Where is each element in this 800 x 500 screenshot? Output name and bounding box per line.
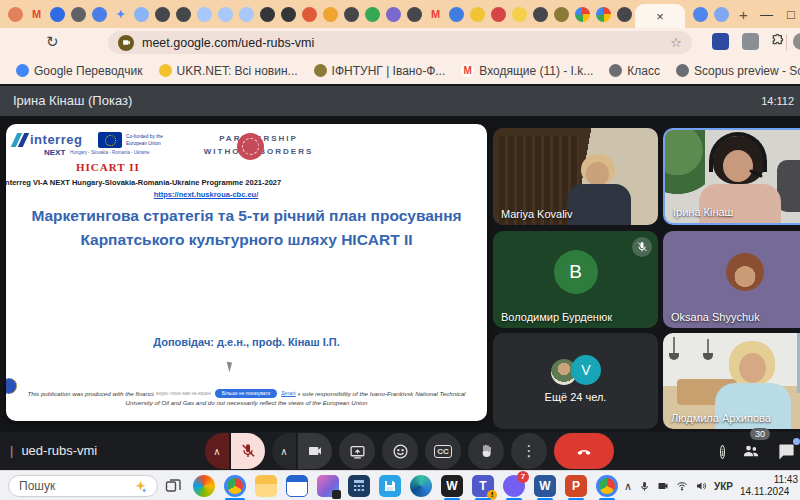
participant-tile-video[interactable]: Mariya Kovaliv [493,128,658,225]
tab-favicon[interactable] [449,7,464,22]
participant-tile-avatar[interactable]: Oksana Shyychuk [663,231,800,328]
end-call-button[interactable] [554,433,614,469]
tab-favicon[interactable] [155,7,170,22]
tab-favicon[interactable] [323,7,338,22]
tab-favicon[interactable] [533,7,548,22]
tab-favicon[interactable] [302,7,317,22]
tab-favicon[interactable] [50,7,65,22]
tray-volume-icon[interactable] [695,480,707,492]
tab-favicon[interactable] [71,7,86,22]
slide-title: Маркетингова стратегія та 5-ти річний пл… [16,204,477,252]
bookmark-item[interactable]: MВходящие (11) - I.k... [461,64,593,78]
extensions-puzzle-icon[interactable] [770,33,787,50]
tab-favicon[interactable] [512,7,527,22]
bookmark-star-icon[interactable]: ☆ [670,35,682,50]
more-participants-tile[interactable]: V Ещё 24 чел. [493,333,658,429]
interreg-next-text: NEXT [44,148,65,157]
tab-favicon[interactable] [407,7,422,22]
people-panel-button[interactable]: 30 [741,441,761,461]
task-view-icon[interactable] [162,475,184,497]
participant-tile-video[interactable]: Людмила Архипова [663,333,800,429]
tray-expand-chevron[interactable]: ∧ [624,480,632,493]
tab-favicon[interactable] [260,7,275,22]
photos-icon[interactable] [317,475,339,497]
active-tab-meet[interactable]: × [635,4,685,28]
tab-favicon[interactable] [92,7,107,22]
tab-favicon[interactable] [365,7,380,22]
camera-options-chevron[interactable]: ∧ [272,433,296,469]
language-indicator[interactable]: УКР [714,481,733,492]
window-minimize-button[interactable]: — [760,0,773,28]
calculator-icon[interactable] [348,475,370,497]
tab-favicon[interactable] [491,7,506,22]
file-explorer-icon[interactable] [255,475,277,497]
word-black-icon[interactable]: W [441,475,463,497]
mic-options-chevron[interactable]: ∧ [205,433,229,469]
reload-icon[interactable]: ↻ [46,33,59,51]
camera-on-button[interactable] [298,433,332,469]
save-tool-icon[interactable] [379,475,401,497]
tab-favicon[interactable] [239,7,254,22]
tray-clock[interactable]: 11:43 14.11.2024 [740,474,800,499]
raise-hand-button[interactable] [468,433,504,469]
bookmark-item[interactable]: Класс [609,64,660,78]
edge-icon[interactable] [410,475,432,497]
copilot-icon[interactable] [193,475,215,497]
viber-icon[interactable]: 7 [503,475,525,497]
tab-favicon[interactable] [386,7,401,22]
tab-favicon[interactable] [714,7,729,22]
window-maximize-button[interactable]: □ [787,0,795,28]
tab-favicon[interactable] [218,7,233,22]
tab-favicon[interactable] [596,7,611,22]
captions-button[interactable]: CC [425,433,461,469]
tab-favicon[interactable] [344,7,359,22]
chat-panel-button[interactable] [777,442,796,461]
participant-body [567,184,631,225]
tab-close-icon[interactable]: × [656,9,664,24]
extension-icon[interactable] [742,33,759,50]
tab-favicon[interactable]: M [428,7,443,22]
tab-favicon[interactable] [554,7,569,22]
participant-tile-avatar[interactable]: В Володимир Бурденюк [493,231,658,328]
tab-favicon[interactable] [8,7,23,22]
plant-background [663,128,705,206]
bookmark-item[interactable]: UKR.NET: Всі новин... [159,64,298,78]
overlay-dismiss-button[interactable]: Більше не показувати [215,389,278,398]
address-bar[interactable]: meet.google.com/ued-rubs-vmi ☆ [108,31,692,54]
reactions-button[interactable] [382,433,418,469]
bookmark-item[interactable]: ІФНТУНГ | Івано-Ф... [314,64,446,78]
participant-tile-video-active[interactable]: Ірина Кінаш [663,128,800,225]
tab-favicon[interactable]: ✦ [113,7,128,22]
new-tab-button[interactable]: + [739,6,748,23]
tab-favicon[interactable] [617,7,632,22]
chrome-icon-active[interactable] [224,475,246,497]
taskbar-search[interactable]: Пошук [8,475,158,497]
tab-favicon[interactable] [197,7,212,22]
present-screen-button[interactable] [339,433,375,469]
pendant-lamp [673,337,675,353]
bookmark-item[interactable]: Google Переводчик [16,64,143,78]
tray-mic-icon[interactable] [639,481,650,492]
chrome-icon-second[interactable] [596,475,618,497]
tab-favicon[interactable] [134,7,149,22]
profile-avatar[interactable] [793,33,800,50]
tray-camera-icon[interactable] [657,480,669,492]
meeting-info-button[interactable]: i [720,442,725,461]
mic-off-button[interactable] [231,433,265,469]
tab-favicon[interactable] [470,7,485,22]
word-icon[interactable]: W [534,475,556,497]
teams-icon[interactable]: T ! [472,475,494,497]
more-options-button[interactable]: ⋮ [511,433,547,469]
powerpoint-icon[interactable]: P [565,475,587,497]
bookmark-item[interactable]: Scopus preview - Sc... [676,64,800,78]
overlay-hint-text: видно лише вам на екрані [156,391,211,396]
tab-favicon[interactable] [281,7,296,22]
overlay-details-link[interactable]: Деталі [281,391,295,396]
tab-favicon[interactable] [693,7,708,22]
calendar-icon[interactable] [286,475,308,497]
tab-favicon[interactable] [176,7,191,22]
extension-icon[interactable] [712,33,729,50]
tray-wifi-icon[interactable] [676,480,688,492]
tab-favicon[interactable]: M [29,7,44,22]
tab-favicon[interactable] [575,7,590,22]
